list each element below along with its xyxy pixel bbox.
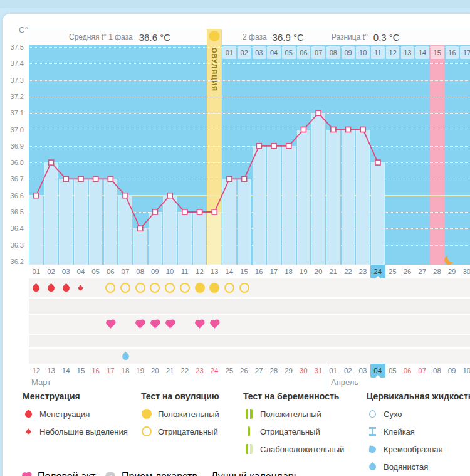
date-cell[interactable]: 08 [430, 364, 445, 378]
date-cell[interactable]: 09 [444, 364, 459, 378]
date-cell[interactable]: 16 [88, 364, 103, 378]
cycle-day-cell[interactable]: 24 [370, 265, 385, 278]
cycle-day-cell[interactable]: 11 [177, 265, 192, 278]
date-cell[interactable]: 29 [281, 364, 296, 378]
temperature-point[interactable] [256, 144, 261, 149]
date-cell[interactable]: 07 [415, 364, 430, 378]
cycle-day-cell[interactable]: 15 [237, 265, 252, 278]
temperature-point[interactable] [182, 209, 187, 214]
temperature-point[interactable] [227, 176, 232, 181]
date-cell[interactable]: 22 [177, 364, 192, 378]
cycle-day-cell[interactable]: 29 [444, 265, 459, 278]
cycle-day-cell[interactable]: 27 [415, 265, 430, 278]
date-cell[interactable]: 02 [340, 364, 355, 378]
cycle-day-cell[interactable]: 30 [459, 265, 470, 278]
cycle-day-cell[interactable]: 07 [118, 265, 133, 278]
date-cell[interactable]: 03 [355, 364, 370, 378]
cycle-day-cell[interactable]: 25 [385, 265, 400, 278]
temperature-point[interactable] [212, 209, 217, 214]
intercourse-heart-icon[interactable] [194, 319, 206, 330]
cycle-day-cell[interactable]: 20 [311, 265, 326, 278]
intercourse-heart-icon[interactable] [135, 319, 146, 330]
temperature-point[interactable] [108, 176, 113, 181]
date-cell[interactable]: 04 [370, 364, 385, 378]
date-cell[interactable]: 19 [133, 364, 148, 378]
ovulation-test-icon[interactable] [149, 282, 160, 294]
date-cell[interactable]: 28 [266, 364, 281, 378]
date-cell[interactable]: 15 [73, 364, 88, 378]
temperature-point[interactable] [167, 193, 172, 198]
cycle-day-cell[interactable]: 13 [207, 265, 222, 278]
date-cell[interactable]: 25 [222, 364, 237, 378]
cycle-day-cell[interactable]: 19 [296, 265, 311, 278]
temperature-point[interactable] [360, 127, 365, 132]
temperature-point[interactable] [331, 127, 336, 132]
temperature-point[interactable] [138, 226, 143, 231]
temperature-point[interactable] [271, 144, 276, 149]
date-cell[interactable]: 23 [192, 364, 207, 378]
intercourse-heart-icon[interactable] [209, 319, 220, 330]
ovulation-test-icon[interactable] [179, 282, 191, 294]
temperature-point[interactable] [242, 176, 247, 181]
ovulation-test-icon[interactable] [239, 282, 250, 294]
cycle-day-cell[interactable]: 03 [58, 265, 73, 278]
menstruation-icon[interactable] [46, 282, 57, 294]
cycle-day-cell[interactable]: 28 [430, 265, 445, 278]
ovulation-test-icon[interactable] [135, 282, 146, 294]
ovulation-test-icon[interactable] [194, 282, 206, 294]
cycle-day-cell[interactable]: 04 [73, 265, 88, 278]
cycle-day-cell[interactable]: 05 [88, 265, 103, 278]
cycle-day-cell[interactable]: 16 [251, 265, 266, 278]
ovulation-test-icon[interactable] [164, 282, 175, 294]
temperature-point[interactable] [316, 110, 321, 115]
intercourse-heart-icon[interactable] [105, 319, 116, 330]
cycle-day-cell[interactable]: 08 [133, 265, 148, 278]
date-cell[interactable]: 20 [148, 364, 163, 378]
temperature-point[interactable] [93, 176, 98, 181]
intercourse-heart-icon[interactable] [164, 319, 175, 330]
menstruation-icon[interactable] [31, 282, 42, 294]
date-cell[interactable]: 24 [207, 364, 222, 378]
cycle-day-cell[interactable]: 14 [222, 265, 237, 278]
cycle-day-cell[interactable]: 17 [266, 265, 281, 278]
temperature-point[interactable] [78, 176, 83, 181]
date-cell[interactable]: 14 [58, 364, 73, 378]
cycle-day-cell[interactable]: 23 [355, 265, 370, 278]
cycle-day-cell[interactable]: 01 [29, 265, 44, 278]
temperature-point[interactable] [286, 144, 291, 149]
cycle-day-cell[interactable]: 26 [400, 265, 415, 278]
date-cell[interactable]: 13 [44, 364, 59, 378]
date-cell[interactable]: 12 [29, 364, 44, 378]
date-cell[interactable]: 21 [162, 364, 177, 378]
menstruation-icon[interactable] [75, 282, 86, 294]
date-cell[interactable]: 27 [251, 364, 266, 378]
date-cell[interactable]: 26 [237, 364, 252, 378]
menstruation-icon[interactable] [60, 282, 71, 294]
temperature-point[interactable] [34, 193, 39, 198]
temperature-point[interactable] [375, 160, 380, 165]
temperature-point[interactable] [301, 127, 306, 132]
cycle-day-cell[interactable]: 21 [326, 265, 341, 278]
cycle-day-cell[interactable]: 09 [148, 265, 163, 278]
cycle-day-cell[interactable]: 22 [340, 265, 355, 278]
date-cell[interactable]: 10 [459, 364, 470, 378]
ovulation-test-icon[interactable] [105, 282, 116, 294]
date-cell[interactable]: 17 [103, 364, 118, 378]
date-cell[interactable]: 30 [296, 364, 311, 378]
date-cell[interactable]: 06 [400, 364, 415, 378]
cycle-day-cell[interactable]: 12 [192, 265, 207, 278]
cycle-day-cell[interactable]: 18 [281, 265, 296, 278]
temperature-point[interactable] [346, 127, 351, 132]
date-cell[interactable]: 05 [385, 364, 400, 378]
ovulation-test-icon[interactable] [120, 282, 131, 294]
date-cell[interactable]: 01 [326, 364, 341, 378]
cycle-day-cell[interactable]: 02 [44, 265, 59, 278]
temperature-point[interactable] [197, 209, 202, 214]
cycle-day-cell[interactable]: 10 [162, 265, 177, 278]
ovulation-test-icon[interactable] [224, 282, 235, 294]
cycle-day-cell[interactable]: 06 [103, 265, 118, 278]
temperature-point[interactable] [123, 193, 128, 198]
intercourse-heart-icon[interactable] [149, 319, 160, 330]
ovulation-test-icon[interactable] [209, 282, 220, 294]
cervical-fluid-icon[interactable] [120, 351, 131, 362]
